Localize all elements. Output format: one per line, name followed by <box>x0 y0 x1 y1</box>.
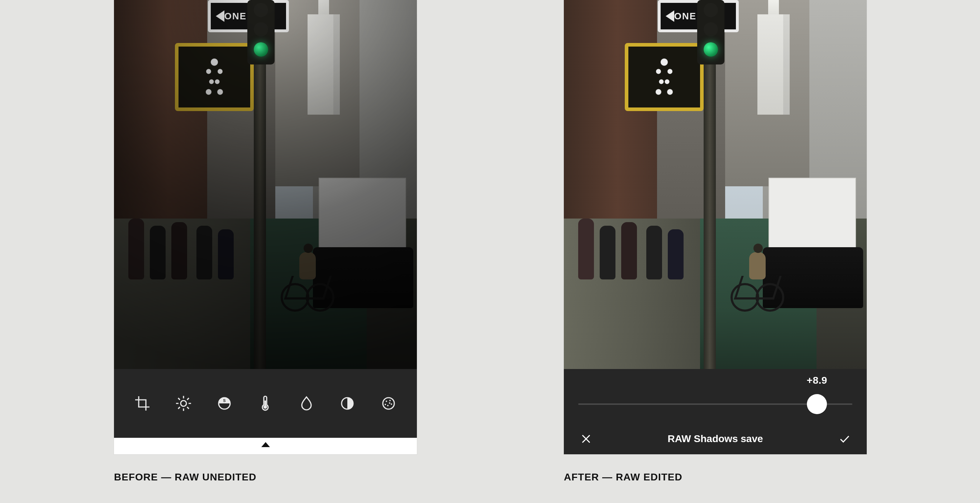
sun-icon <box>175 395 192 412</box>
svg-point-7 <box>386 401 387 402</box>
crop-icon <box>134 395 151 412</box>
after-panel: ONE WAY +8.9 RAW Shadows save <box>564 0 867 483</box>
chevron-up-icon <box>261 442 270 447</box>
svg-rect-4 <box>264 401 266 406</box>
svg-text:S: S <box>223 398 226 403</box>
exposure-tool[interactable] <box>172 392 195 414</box>
crop-tool[interactable] <box>131 392 153 414</box>
before-caption: BEFORE — RAW UNEDITED <box>114 471 417 483</box>
contrast-tool[interactable] <box>336 392 358 414</box>
svg-point-11 <box>385 404 386 405</box>
slider-knob[interactable] <box>807 394 827 414</box>
thermometer-icon <box>257 395 274 412</box>
droplet-icon <box>298 395 315 412</box>
check-icon <box>838 433 851 445</box>
contrast-icon <box>339 395 356 412</box>
before-phone: ONE WAY <box>114 0 417 454</box>
svg-point-0 <box>181 401 186 406</box>
confirm-button[interactable] <box>837 431 853 447</box>
drawer-handle-strip[interactable] <box>114 438 417 454</box>
shadows-icon: S <box>216 395 233 412</box>
before-panel: ONE WAY <box>114 0 417 483</box>
after-photo: ONE WAY <box>564 0 867 369</box>
slider-value: +8.9 <box>807 375 827 386</box>
svg-point-9 <box>391 403 392 405</box>
after-phone: ONE WAY +8.9 RAW Shadows save <box>564 0 867 454</box>
before-photo: ONE WAY <box>114 0 417 369</box>
close-icon <box>580 433 592 445</box>
tint-tool[interactable] <box>295 392 318 414</box>
grain-icon <box>380 395 397 412</box>
svg-point-12 <box>389 402 390 404</box>
traffic-light <box>697 0 724 65</box>
cyclist <box>730 244 784 312</box>
comparison-stage: ONE WAY <box>0 0 980 503</box>
cancel-button[interactable] <box>578 431 594 447</box>
svg-point-8 <box>389 400 391 401</box>
shadows-tool[interactable]: S <box>213 392 235 414</box>
slider-title: RAW Shadows save <box>667 433 763 444</box>
svg-point-6 <box>383 398 394 409</box>
svg-point-10 <box>387 405 388 406</box>
after-caption: AFTER — RAW EDITED <box>564 471 867 483</box>
edit-toolbar: S <box>114 369 417 438</box>
shadows-slider-panel: +8.9 RAW Shadows save <box>564 369 867 454</box>
temperature-tool[interactable] <box>254 392 276 414</box>
grain-tool[interactable] <box>377 392 400 414</box>
pedestrian-signal <box>625 43 704 111</box>
